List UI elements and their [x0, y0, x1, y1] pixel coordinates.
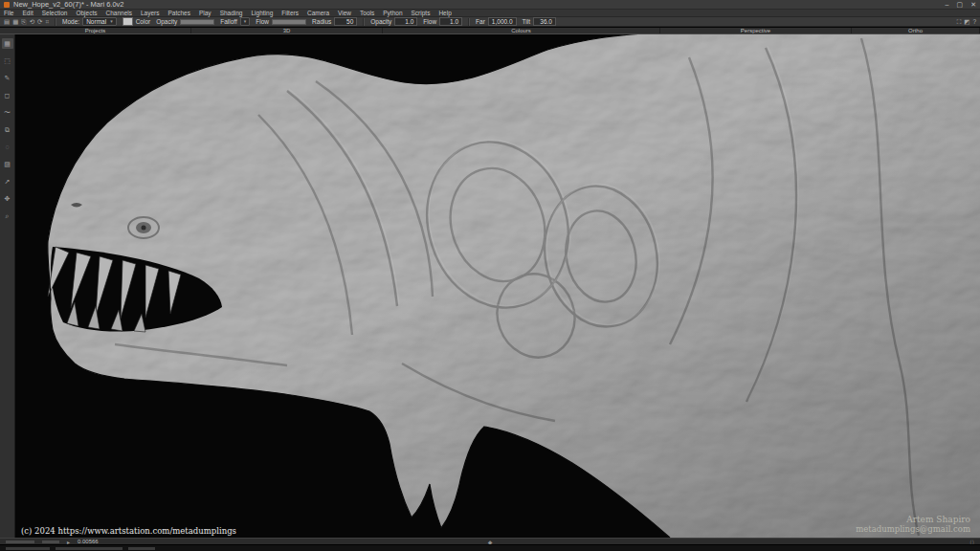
maximize-button[interactable]: ▢ [957, 0, 964, 10]
close-button[interactable]: ✕ [970, 0, 976, 10]
chevron-down-icon: ▾ [244, 18, 247, 25]
tab-3d[interactable]: 3D [191, 28, 383, 33]
gradient-tool-icon[interactable]: ▨ [2, 159, 13, 169]
opacity-value-field[interactable]: 1.0 [394, 17, 417, 26]
menu-help[interactable]: Help [438, 10, 451, 17]
opacity2-label: Opacity [370, 18, 391, 25]
bottom-info-strip [0, 544, 980, 551]
falloff-select[interactable]: ▾ [240, 17, 251, 26]
zoom-tool-icon[interactable]: ⌕ [2, 210, 13, 221]
menu-selection[interactable]: Selection [42, 10, 68, 17]
menu-objects[interactable]: Objects [76, 10, 97, 17]
clone-tool-icon[interactable]: ⧉ [2, 124, 13, 135]
artist-name: Artem Shapiro [856, 515, 970, 524]
tab-colours[interactable]: Colours [383, 28, 660, 33]
title-bar: New_Hope_v2_60(7)* - Mari 6.0v2 – ▢ ✕ [0, 0, 980, 10]
color-group: Color [122, 17, 151, 26]
redo-icon[interactable]: ⟳ [37, 17, 42, 26]
menu-patches[interactable]: Patches [167, 10, 190, 17]
toolbar-right-cluster: ⛶ ◩ ? [957, 17, 976, 26]
sculpt-canvas[interactable] [15, 34, 980, 538]
tilt-field[interactable]: 36.0 [533, 17, 556, 26]
info-segment [128, 547, 155, 550]
marquee-tool-icon[interactable]: ⬚ [2, 55, 13, 66]
minimize-button[interactable]: – [946, 0, 949, 10]
toolbar-separator [468, 18, 470, 26]
radius-label: Radius [312, 18, 331, 25]
toolbar-separator [55, 18, 56, 26]
status-chip [6, 540, 34, 543]
mode-label: Mode: [62, 18, 79, 25]
paint-mode-group: Mode: Normal ▾ [62, 17, 117, 26]
menu-camera[interactable]: Camera [307, 10, 329, 17]
open-project-icon[interactable]: ▦ [12, 17, 18, 26]
menu-view[interactable]: View [338, 10, 351, 17]
flow-value-group: Flow 1.0 [423, 17, 462, 26]
falloff-label: Falloff [220, 18, 237, 25]
pan-tool-icon[interactable]: ✥ [2, 193, 13, 204]
layout-icon[interactable]: ◩ [964, 17, 969, 26]
opacity-value-group: Opacity 1.0 [370, 17, 417, 26]
radius-group: Radius 50 [312, 17, 357, 26]
artist-signature: Artem Shapiro metadumplings@gmail.com [856, 515, 970, 534]
tab-projects[interactable]: Projects [0, 28, 191, 33]
menu-bar: File Edit Selection Objects Channels Lay… [0, 10, 980, 17]
far-group: Far 1,000.0 [476, 17, 516, 26]
tab-ortho[interactable]: Ortho [852, 28, 980, 33]
vector-tool-icon[interactable]: ↗ [2, 176, 13, 187]
menu-channels[interactable]: Channels [105, 10, 131, 17]
flow-slider[interactable] [272, 19, 306, 25]
opacity-slider[interactable] [180, 19, 214, 25]
menu-edit[interactable]: Edit [22, 10, 33, 17]
opacity-label: Opacity [156, 18, 177, 25]
tool-palette: ▦ ⬚ ✎ ◻ 〜 ⧉ ◌ ▨ ↗ ✥ ⌕ [0, 34, 15, 538]
tab-strip: Projects 3D Colours Perspective Ortho [0, 28, 980, 34]
copyright-watermark: (c) 2024 https://www.artstation.com/meta… [21, 526, 236, 536]
select-tool-icon[interactable]: ▦ [2, 38, 13, 49]
grid-icon[interactable]: ⌗ [45, 17, 49, 26]
erase-tool-icon[interactable]: ◻ [2, 90, 13, 100]
opacity-group: Opacity [156, 18, 214, 25]
save-icon[interactable]: ⎘ [21, 17, 26, 26]
app-icon [4, 2, 10, 8]
info-segment [6, 547, 50, 550]
fullscreen-icon[interactable]: ⛶ [957, 17, 962, 26]
menu-tools[interactable]: Tools [360, 10, 374, 17]
flow-value-field[interactable]: 1.0 [439, 17, 462, 26]
menu-scripts[interactable]: Scripts [412, 10, 431, 17]
menu-filters[interactable]: Filters [281, 10, 299, 17]
new-project-icon[interactable]: ▤ [4, 17, 10, 26]
radius-field[interactable]: 50 [334, 17, 357, 26]
paint-mode-value: Normal [86, 18, 106, 25]
flow2-label: Flow [423, 18, 436, 25]
menu-lighting[interactable]: Lighting [251, 10, 273, 17]
help-icon[interactable]: ? [972, 17, 976, 26]
toolbar-separator [363, 18, 365, 26]
color-swatch[interactable] [122, 17, 133, 26]
menu-shading[interactable]: Shading [220, 10, 243, 17]
mari-application-window: New_Hope_v2_60(7)* - Mari 6.0v2 – ▢ ✕ Fi… [0, 0, 980, 551]
color-label: Color [136, 18, 151, 25]
chevron-down-icon: ▾ [110, 18, 113, 25]
paint-toolbar: ▤ ▦ ⎘ ⟲ ⟳ ⌗ Mode: Normal ▾ Color Opacity… [0, 17, 980, 27]
paint-tool-icon[interactable]: ✎ [2, 73, 13, 83]
flow-group: Flow [256, 18, 306, 25]
undo-icon[interactable]: ⟲ [30, 17, 34, 26]
far-field[interactable]: 1,000.0 [488, 17, 517, 26]
smear-tool-icon[interactable]: 〜 [2, 107, 13, 118]
blur-tool-icon[interactable]: ◌ [2, 142, 13, 152]
tab-perspective[interactable]: Perspective [660, 28, 852, 33]
viewport[interactable]: (c) 2024 https://www.artstation.com/meta… [15, 34, 980, 538]
status-chip [42, 540, 59, 543]
menu-file[interactable]: File [4, 10, 13, 17]
window-controls: – ▢ ✕ [946, 0, 976, 10]
window-title: New_Hope_v2_60(7)* - Mari 6.0v2 [13, 0, 123, 10]
far-label: Far [476, 18, 485, 25]
falloff-group: Falloff ▾ [220, 17, 250, 26]
menu-python[interactable]: Python [383, 10, 402, 17]
info-segment [56, 547, 122, 550]
menu-play[interactable]: Play [199, 10, 212, 17]
artist-email: metadumplings@gmail.com [856, 524, 970, 534]
paint-mode-select[interactable]: Normal ▾ [82, 17, 116, 26]
menu-layers[interactable]: Layers [141, 10, 160, 17]
